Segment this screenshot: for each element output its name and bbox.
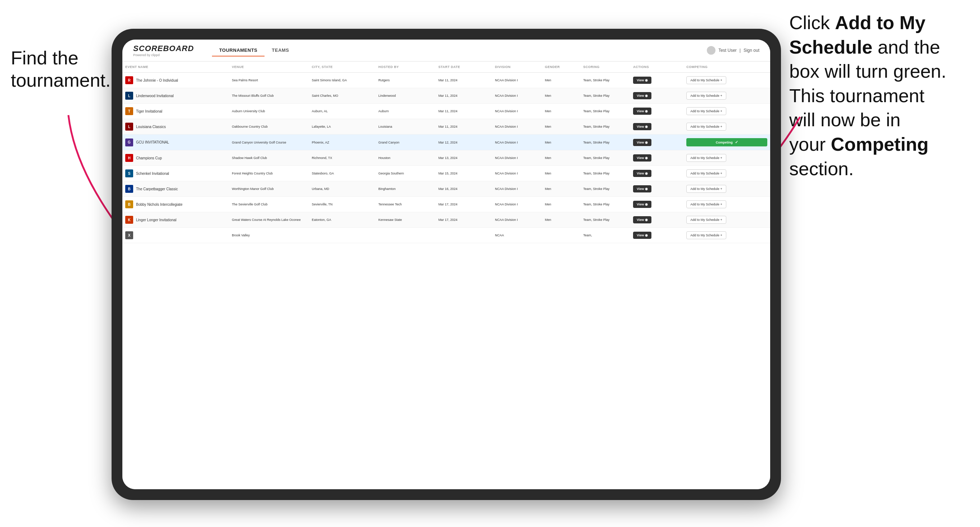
add-to-schedule-button[interactable]: Add to My Schedule + bbox=[686, 123, 726, 130]
tablet-device: SCOREBOARD Powered by clippd TOURNAMENTS… bbox=[111, 29, 781, 500]
gender-cell bbox=[542, 228, 580, 243]
division-cell: NCAA Division I bbox=[492, 88, 542, 103]
scoring-cell: Team, Stroke Play bbox=[580, 88, 630, 103]
division-cell: NCAA Division I bbox=[492, 103, 542, 119]
table-row: X Brook Valley NCAA Team, View ◉ Add to … bbox=[123, 228, 770, 243]
add-to-schedule-button[interactable]: Add to My Schedule + bbox=[686, 154, 726, 162]
nav-tab-tournaments[interactable]: TOURNAMENTS bbox=[212, 44, 264, 57]
event-name-cell: T Tiger Invitational bbox=[123, 103, 229, 119]
add-to-schedule-button[interactable]: Add to My Schedule + bbox=[686, 200, 726, 208]
event-name-cell: K Linger Longer Invitational bbox=[123, 212, 229, 228]
city-cell: Phoenix, AZ bbox=[309, 135, 375, 150]
venue-cell: Grand Canyon University Golf Course bbox=[229, 135, 309, 150]
hosted-by-cell: Louisiana bbox=[375, 119, 436, 135]
team-logo: K bbox=[125, 216, 133, 224]
view-button[interactable]: View ◉ bbox=[633, 139, 651, 146]
tournaments-table-container: EVENT NAME VENUE CITY, STATE HOSTED BY S… bbox=[123, 62, 770, 489]
scoring-cell: Team, Stroke Play bbox=[580, 103, 630, 119]
venue-cell: Oakbourne Country Club bbox=[229, 119, 309, 135]
actions-cell: View ◉ bbox=[630, 135, 683, 150]
scoring-cell: Team, Stroke Play bbox=[580, 166, 630, 181]
add-to-schedule-button[interactable]: Add to My Schedule + bbox=[686, 216, 726, 224]
venue-cell: The Sevierville Golf Club bbox=[229, 197, 309, 212]
event-name-text: Bobby Nichols Intercollegiate bbox=[136, 202, 183, 207]
table-row: T Tiger Invitational Auburn University C… bbox=[123, 103, 770, 119]
city-cell: Richmond, TX bbox=[309, 150, 375, 166]
table-row: L Louisiana Classics Oakbourne Country C… bbox=[123, 119, 770, 135]
competing-button[interactable]: Competing ✓ bbox=[686, 138, 767, 146]
event-name-text: Louisiana Classics bbox=[136, 124, 166, 129]
venue-cell: Brook Valley bbox=[229, 228, 309, 243]
team-logo: L bbox=[125, 123, 133, 130]
actions-cell: View ◉ bbox=[630, 228, 683, 243]
view-button[interactable]: View ◉ bbox=[633, 201, 651, 208]
hosted-by-cell: Kennesaw State bbox=[375, 212, 436, 228]
gender-cell: Men bbox=[542, 166, 580, 181]
view-button[interactable]: View ◉ bbox=[633, 185, 651, 192]
view-button[interactable]: View ◉ bbox=[633, 170, 651, 177]
division-cell: NCAA Division I bbox=[492, 73, 542, 88]
view-button[interactable]: View ◉ bbox=[633, 154, 651, 162]
competing-cell: Add to My Schedule + bbox=[683, 88, 770, 103]
view-button[interactable]: View ◉ bbox=[633, 108, 651, 115]
start-date-cell: Mar 13, 2024 bbox=[436, 150, 492, 166]
city-cell: Lafayette, LA bbox=[309, 119, 375, 135]
team-logo: G bbox=[125, 138, 133, 146]
venue-cell: Forest Heights Country Club bbox=[229, 166, 309, 181]
gender-cell: Men bbox=[542, 135, 580, 150]
view-button[interactable]: View ◉ bbox=[633, 123, 651, 130]
add-to-schedule-button[interactable]: Add to My Schedule + bbox=[686, 231, 726, 239]
actions-cell: View ◉ bbox=[630, 181, 683, 197]
start-date-cell: Mar 11, 2024 bbox=[436, 88, 492, 103]
view-button[interactable]: View ◉ bbox=[633, 92, 651, 99]
view-button[interactable]: View ◉ bbox=[633, 216, 651, 224]
check-icon: ✓ bbox=[735, 140, 738, 144]
event-name-cell: L Louisiana Classics bbox=[123, 119, 229, 135]
scoring-cell: Team, Stroke Play bbox=[580, 150, 630, 166]
hosted-by-cell: Auburn bbox=[375, 103, 436, 119]
start-date-cell bbox=[436, 228, 492, 243]
add-to-schedule-button[interactable]: Add to My Schedule + bbox=[686, 185, 726, 193]
add-to-schedule-button[interactable]: Add to My Schedule + bbox=[686, 92, 726, 100]
scoring-cell: Team, Stroke Play bbox=[580, 212, 630, 228]
gender-cell: Men bbox=[542, 88, 580, 103]
table-row: R The Johnnie - O Individual Sea Palms R… bbox=[123, 73, 770, 88]
table-row: S Schenkel Invitational Forest Heights C… bbox=[123, 166, 770, 181]
start-date-cell: Mar 11, 2024 bbox=[436, 119, 492, 135]
team-logo: L bbox=[125, 92, 133, 100]
city-cell: Saint Charles, MO bbox=[309, 88, 375, 103]
nav-tab-teams[interactable]: TEAMS bbox=[264, 44, 296, 57]
venue-cell: The Missouri Bluffs Golf Club bbox=[229, 88, 309, 103]
scoring-cell: Team, Stroke Play bbox=[580, 197, 630, 212]
city-cell: Saint Simons Island, GA bbox=[309, 73, 375, 88]
table-body: R The Johnnie - O Individual Sea Palms R… bbox=[123, 73, 770, 243]
gender-cell: Men bbox=[542, 212, 580, 228]
competing-cell: Add to My Schedule + bbox=[683, 150, 770, 166]
venue-cell: Auburn University Club bbox=[229, 103, 309, 119]
city-cell: Statesboro, GA bbox=[309, 166, 375, 181]
view-button[interactable]: View ◉ bbox=[633, 232, 651, 239]
division-cell: NCAA Division I bbox=[492, 212, 542, 228]
division-cell: NCAA Division I bbox=[492, 166, 542, 181]
start-date-cell: Mar 11, 2024 bbox=[436, 73, 492, 88]
signout-link[interactable]: Sign out bbox=[743, 48, 759, 53]
add-to-schedule-button[interactable]: Add to My Schedule + bbox=[686, 76, 726, 84]
event-name-text: GCU INVITATIONAL bbox=[136, 140, 169, 144]
actions-cell: View ◉ bbox=[630, 88, 683, 103]
col-header-competing: COMPETING bbox=[683, 62, 770, 73]
table-row: B The Carpetbagger Classic Worthington M… bbox=[123, 181, 770, 197]
competing-cell: Add to My Schedule + bbox=[683, 228, 770, 243]
city-cell bbox=[309, 228, 375, 243]
city-cell: Auburn, AL bbox=[309, 103, 375, 119]
add-to-schedule-button[interactable]: Add to My Schedule + bbox=[686, 107, 726, 115]
city-cell: Eatonton, GA bbox=[309, 212, 375, 228]
team-logo: H bbox=[125, 154, 133, 162]
actions-cell: View ◉ bbox=[630, 119, 683, 135]
add-to-schedule-button[interactable]: Add to My Schedule + bbox=[686, 170, 726, 177]
table-row: H Champions Cup Shadow Hawk Golf Club Ri… bbox=[123, 150, 770, 166]
view-button[interactable]: View ◉ bbox=[633, 77, 651, 84]
competing-cell: Add to My Schedule + bbox=[683, 119, 770, 135]
table-row: K Linger Longer Invitational Great Water… bbox=[123, 212, 770, 228]
start-date-cell: Mar 12, 2024 bbox=[436, 135, 492, 150]
competing-cell: Add to My Schedule + bbox=[683, 166, 770, 181]
